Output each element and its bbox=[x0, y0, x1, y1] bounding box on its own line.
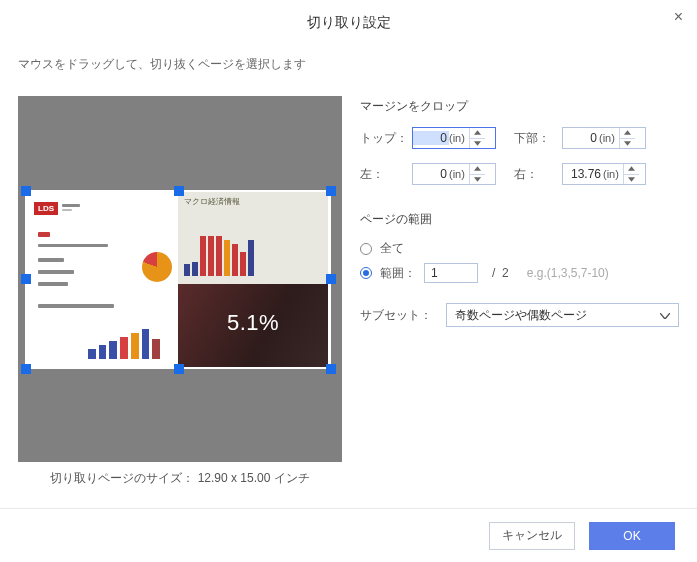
spinner-down-icon[interactable] bbox=[624, 175, 639, 185]
bottom-spinner[interactable] bbox=[619, 128, 635, 148]
spinner-down-icon[interactable] bbox=[470, 175, 485, 185]
left-unit: (in) bbox=[449, 168, 469, 180]
right-bars-thumb bbox=[184, 230, 274, 276]
range-label: 範囲： bbox=[380, 265, 416, 282]
bar-chart-thumb bbox=[88, 327, 160, 359]
crop-handle-tl[interactable] bbox=[21, 186, 31, 196]
dialog-footer: キャンセル OK bbox=[0, 508, 697, 562]
lds-badge: LDS bbox=[34, 202, 58, 215]
crop-handle-tr[interactable] bbox=[326, 186, 336, 196]
subset-label: サブセット： bbox=[360, 307, 432, 324]
range-all-radio[interactable] bbox=[360, 243, 372, 255]
page-thumbnail: LDS bbox=[28, 192, 328, 367]
range-custom-radio[interactable] bbox=[360, 267, 372, 279]
spinner-down-icon[interactable] bbox=[470, 139, 485, 149]
dialog-title: 切り取り設定 bbox=[0, 14, 697, 32]
crop-size-label: 切り取りページのサイズ： 12.90 x 15.00 インチ bbox=[18, 470, 342, 487]
bottom-margin-input[interactable]: (in) bbox=[562, 127, 646, 149]
bottom-margin-field[interactable] bbox=[563, 131, 599, 145]
right-unit: (in) bbox=[603, 168, 623, 180]
left-margin-input[interactable]: (in) bbox=[412, 163, 496, 185]
chevron-down-icon bbox=[660, 308, 670, 322]
top-margin-input[interactable]: (in) bbox=[412, 127, 496, 149]
right-margin-field[interactable] bbox=[563, 167, 603, 181]
spinner-up-icon[interactable] bbox=[470, 164, 485, 175]
top-margin-field[interactable] bbox=[413, 131, 449, 145]
instructions-text: マウスをドラッグして、切り抜くページを選択します bbox=[18, 56, 306, 73]
crop-handle-bc[interactable] bbox=[174, 364, 184, 374]
subset-select[interactable]: 奇数ページや偶数ページ bbox=[446, 303, 679, 327]
spinner-up-icon[interactable] bbox=[624, 164, 639, 175]
range-total: / 2 bbox=[492, 266, 509, 280]
ok-button[interactable]: OK bbox=[589, 522, 675, 550]
crop-handle-ml[interactable] bbox=[21, 274, 31, 284]
margins-title: マージンをクロップ bbox=[360, 98, 679, 115]
spinner-up-icon[interactable] bbox=[620, 128, 635, 139]
close-icon[interactable]: × bbox=[674, 8, 683, 26]
range-input[interactable] bbox=[424, 263, 478, 283]
range-hint: e.g.(1,3,5,7-10) bbox=[527, 266, 609, 280]
right-label: 右： bbox=[514, 166, 562, 183]
bottom-unit: (in) bbox=[599, 132, 619, 144]
top-label: トップ： bbox=[360, 130, 412, 147]
spinner-down-icon[interactable] bbox=[620, 139, 635, 149]
left-margin-field[interactable] bbox=[413, 167, 449, 181]
right-margin-input[interactable]: (in) bbox=[562, 163, 646, 185]
crop-handle-br[interactable] bbox=[326, 364, 336, 374]
spinner-up-icon[interactable] bbox=[470, 128, 485, 139]
right-spinner[interactable] bbox=[623, 164, 639, 184]
top-spinner[interactable] bbox=[469, 128, 485, 148]
page-preview[interactable]: LDS bbox=[18, 96, 342, 462]
crop-handle-bl[interactable] bbox=[21, 364, 31, 374]
crop-handle-mr[interactable] bbox=[326, 274, 336, 284]
range-title: ページの範囲 bbox=[360, 211, 679, 228]
percentage-label: 5.1% bbox=[178, 310, 328, 336]
subset-selected: 奇数ページや偶数ページ bbox=[455, 307, 587, 324]
settings-panel: マージンをクロップ トップ： (in) 下部： (in) bbox=[360, 98, 679, 327]
left-label: 左： bbox=[360, 166, 412, 183]
bottom-label: 下部： bbox=[514, 130, 562, 147]
crop-dialog: 切り取り設定 × マウスをドラッグして、切り抜くページを選択します LDS bbox=[0, 0, 697, 562]
macro-header: マクロ経済情報 bbox=[184, 196, 240, 207]
range-all-label: 全て bbox=[380, 240, 404, 257]
cancel-button[interactable]: キャンセル bbox=[489, 522, 575, 550]
top-unit: (in) bbox=[449, 132, 469, 144]
crop-handle-tc[interactable] bbox=[174, 186, 184, 196]
left-spinner[interactable] bbox=[469, 164, 485, 184]
pie-chart-thumb bbox=[142, 252, 172, 282]
